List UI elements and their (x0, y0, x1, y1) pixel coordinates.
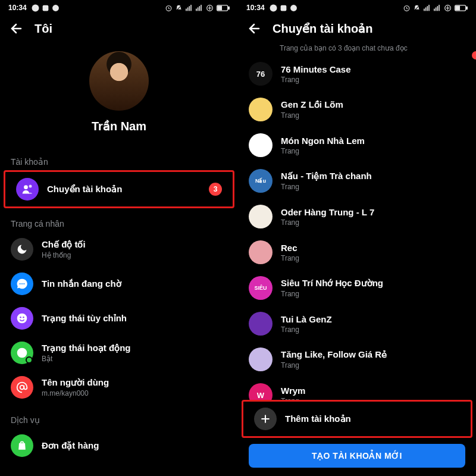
alarm-icon (165, 4, 173, 12)
account-row[interactable]: Tăng Like, Follow Giá RẻTrang (238, 342, 476, 377)
phone-left: 10:34 Tôi Trần Nam Tài khoản Chu (0, 0, 238, 476)
message-icon (11, 273, 33, 295)
svg-point-2 (52, 5, 59, 11)
messenger-icon (270, 4, 277, 12)
active-status-label: Trạng thái hoạt động (42, 343, 227, 353)
account-avatar (249, 312, 273, 336)
dark-mode-row[interactable]: Chế độ tối Hệ thống (0, 232, 238, 267)
orders-label: Đơn đặt hàng (42, 440, 227, 451)
orders-row[interactable]: Đơn đặt hàng (0, 428, 238, 463)
account-row[interactable]: RecTrang (238, 234, 476, 270)
svg-rect-1 (42, 5, 48, 11)
svg-point-24 (23, 317, 24, 318)
svg-rect-39 (439, 5, 440, 11)
svg-rect-36 (434, 8, 435, 11)
account-row[interactable]: SIÊUSiêu Trí Nhớ Học ĐườngTrang (238, 270, 476, 306)
app-icon (42, 4, 49, 12)
system-icons (165, 4, 230, 12)
profile-name: Trần Nam (92, 119, 146, 133)
alarm-icon (403, 4, 411, 12)
account-name: Oder Hàng Trung - L 7 (281, 207, 465, 217)
svg-point-20 (21, 283, 23, 284)
svg-rect-28 (280, 5, 286, 11)
account-row[interactable]: 7676 Minutes CaseTrang (238, 56, 476, 92)
signal2-icon (195, 4, 203, 12)
section-account: Tài khoản (0, 146, 238, 170)
svg-rect-11 (199, 6, 201, 11)
account-avatar (249, 98, 273, 121)
svg-point-19 (20, 283, 21, 284)
custom-status-row[interactable]: Trạng thái tùy chỉnh (0, 301, 238, 336)
account-type: Trang (281, 111, 465, 120)
create-account-button[interactable]: TẠO TÀI KHOẢN MỚI (249, 444, 465, 468)
account-row[interactable]: Tui Là GenZTrang (238, 306, 476, 342)
account-row[interactable]: Món Ngon Nhà LemTrang (238, 127, 476, 163)
account-avatar (249, 240, 273, 264)
active-status-row[interactable]: Trạng thái hoạt động Bật (0, 336, 238, 370)
app-icon (280, 4, 287, 12)
svg-point-17 (24, 185, 28, 189)
switch-account-badge: 3 (209, 183, 222, 196)
active-icon (11, 342, 33, 364)
account-type: Trang (281, 325, 465, 334)
svg-point-26 (20, 386, 24, 390)
header: Chuyển tài khoản (238, 13, 476, 40)
account-name: Siêu Trí Nhớ Học Đường (281, 278, 465, 289)
header: Tôi (0, 13, 238, 40)
account-row[interactable]: WWrymTrang (238, 377, 476, 400)
svg-rect-5 (186, 8, 187, 11)
phone-right: 10:34 Chuyển tài khoản Trang của bạn có … (238, 0, 476, 476)
svg-point-27 (270, 4, 277, 11)
at-icon (11, 376, 33, 399)
unread-subtext: Trang của bạn có 3 đoạn chat chưa đọc (280, 44, 465, 52)
message-requests-label: Tin nhắn đang chờ (42, 278, 227, 289)
profile-block: Trần Nam (0, 40, 238, 146)
account-row[interactable]: Oder Hàng Trung - L 7Trang (238, 199, 476, 234)
svg-rect-35 (428, 5, 430, 11)
account-row[interactable]: Gen Z Lồi LõmTrang (238, 92, 476, 127)
profile-avatar[interactable] (89, 51, 149, 111)
data-icon (443, 4, 452, 12)
account-avatar: SIÊU (249, 276, 273, 300)
account-type: Trang (281, 76, 465, 84)
signal2-icon (433, 4, 441, 12)
notification-icons (270, 4, 298, 12)
svg-rect-12 (201, 5, 202, 11)
account-type: Trang (281, 361, 465, 369)
switch-account-row[interactable]: Chuyển tài khoản 3 (4, 170, 234, 208)
account-row[interactable]: NấuNấu - Tiệm Trà chanhTrang (238, 163, 476, 199)
switch-account-label: Chuyển tài khoản (47, 184, 201, 195)
username-sub: m.me/kayn000 (42, 389, 227, 397)
status-bar: 10:34 (0, 0, 238, 13)
svg-rect-33 (425, 7, 427, 11)
add-account-row[interactable]: Thêm tài khoản (242, 400, 472, 438)
section-profile: Trang cá nhân (0, 208, 238, 232)
account-avatar (249, 347, 273, 371)
switch-account-icon (16, 178, 39, 201)
account-name: 76 Minutes Case (281, 64, 465, 74)
unread-subtext-row: Trang của bạn có 3 đoạn chat chưa đọc (238, 40, 476, 56)
account-list: 7676 Minutes CaseTrangGen Z Lồi LõmTrang… (238, 56, 476, 400)
svg-rect-32 (424, 8, 425, 11)
account-avatar: Nấu (249, 169, 273, 193)
status-bar: 10:34 (238, 0, 476, 13)
account-name: Tăng Like, Follow Giá Rẻ (281, 349, 465, 360)
svg-rect-15 (218, 6, 221, 10)
mute-icon (413, 4, 421, 12)
page-title: Tôi (35, 22, 52, 36)
back-icon[interactable] (10, 21, 24, 36)
svg-rect-42 (456, 6, 459, 10)
svg-rect-16 (228, 7, 229, 9)
notification-icons (32, 4, 60, 12)
account-name: Wrym (281, 386, 465, 396)
notification-dot (472, 51, 476, 60)
back-icon[interactable] (248, 21, 262, 36)
username-row[interactable]: Tên người dùng m.me/kayn000 (0, 370, 238, 405)
account-name: Rec (281, 243, 465, 253)
account-name: Món Ngon Nhà Lem (281, 136, 465, 146)
svg-point-22 (17, 314, 27, 324)
battery-icon (217, 4, 230, 12)
account-name: Tui Là GenZ (281, 314, 465, 324)
data-icon (205, 4, 214, 12)
message-requests-row[interactable]: Tin nhắn đang chờ (0, 267, 238, 301)
